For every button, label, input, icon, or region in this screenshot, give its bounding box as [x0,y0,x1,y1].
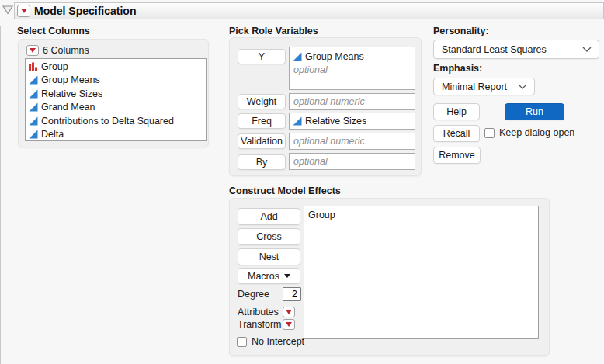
column-list-item[interactable]: Delta [27,128,206,142]
recall-button[interactable]: Recall [433,125,480,142]
by-role-box[interactable]: optional [289,153,415,170]
help-button[interactable]: Help [433,103,480,120]
freq-role-value: Relative Sizes [305,116,366,127]
attributes-label: Attributes [238,307,283,317]
attributes-red-triangle-button[interactable] [283,307,295,317]
column-name: Contributions to Delta Squared [41,116,174,127]
column-name: Relative Sizes [41,88,102,99]
freq-role-box[interactable]: Relative Sizes [289,113,415,130]
column-name: Group Means [41,75,100,85]
no-intercept-label: No Intercept [252,336,304,347]
columns-listbox[interactable]: GroupGroup MeansRelative SizesGrand Mean… [25,58,207,141]
degree-label: Degree [238,289,283,300]
column-list-item[interactable]: Grand Mean [27,101,206,115]
columns-count-label: 6 Columns [43,45,89,56]
page-title: Model Specification [34,5,136,17]
no-intercept-row: No Intercept [237,336,304,347]
by-role-button[interactable]: By [238,154,286,170]
chevron-down-icon [518,84,527,89]
header-strip: Model Specification [14,2,604,19]
validation-role-box[interactable]: optional numeric [289,133,415,150]
column-name: Delta [41,129,64,140]
column-name: Group [41,61,68,72]
y-role-placeholder: optional [290,63,415,75]
y-role-value: Group Means [305,51,364,62]
degree-input[interactable] [283,287,301,301]
construct-model-effects-panel: Add Cross Nest Macros Degree Attributes … [229,198,550,356]
personality-label: Personality: [433,26,489,36]
bar-chart-icon [29,62,38,71]
keep-dialog-open-row: Keep dialog open [484,127,574,138]
nest-button[interactable]: Nest [238,248,300,265]
columns-header: 6 Columns [26,45,89,56]
weight-role-placeholder: optional numeric [290,96,365,107]
y-role-button[interactable]: Y [238,49,286,64]
column-list-item[interactable]: Contributions to Delta Squared [27,114,206,128]
keep-dialog-open-label: Keep dialog open [499,127,574,138]
transform-row: Transform [238,319,295,330]
model-effects-listbox[interactable]: Group [304,206,539,339]
y-role-box[interactable]: Group Means optional [289,47,415,90]
continuous-icon [29,130,38,139]
add-button[interactable]: Add [238,208,300,225]
continuous-icon [29,116,38,126]
by-role-placeholder: optional [290,156,328,167]
caret-down-icon [284,274,290,278]
model-specification-dialog: Model Specification Select Columns Pick … [0,0,604,364]
degree-row: Degree [238,287,301,301]
red-triangle-menu-button[interactable] [17,5,30,17]
chevron-down-icon [582,47,592,52]
column-name: Grand Mean [41,102,95,113]
column-list-item[interactable]: Relative Sizes [27,87,206,101]
no-intercept-checkbox[interactable] [237,337,247,347]
run-button[interactable]: Run [505,103,564,120]
pick-role-variables-panel: Y Group Means optional Weight optional n… [229,37,422,176]
continuous-icon [293,52,302,61]
transform-red-triangle-button[interactable] [283,319,295,330]
red-triangle-icon [21,9,27,13]
window-edge-line [0,26,1,364]
personality-dropdown[interactable]: Standard Least Squares [433,40,599,59]
continuous-icon [29,75,38,85]
effect-list-item[interactable]: Group [308,209,538,221]
continuous-icon [293,116,302,126]
personality-value: Standard Least Squares [442,44,547,55]
keep-dialog-open-checkbox[interactable] [484,128,495,138]
validation-role-button[interactable]: Validation [238,133,286,149]
select-columns-label: Select Columns [17,26,90,36]
pick-role-variables-label: Pick Role Variables [229,26,318,36]
collapse-disclosure-icon[interactable] [2,5,13,15]
weight-role-box[interactable]: optional numeric [289,93,415,110]
validation-role-placeholder: optional numeric [290,136,365,147]
macros-label: Macros [248,271,279,282]
freq-role-button[interactable]: Freq [238,113,286,129]
red-triangle-icon [286,322,292,327]
column-list-item[interactable]: Group Means [27,74,206,88]
y-role-value-row[interactable]: Group Means [290,47,415,63]
continuous-icon [29,102,38,112]
red-triangle-icon [286,310,292,314]
weight-role-button[interactable]: Weight [238,94,286,109]
freq-role-value-row[interactable]: Relative Sizes [290,113,415,129]
transform-label: Transform [238,319,283,330]
red-triangle-icon [30,48,36,53]
emphasis-dropdown[interactable]: Minimal Report [433,78,535,95]
macros-button[interactable]: Macros [238,268,300,284]
columns-red-triangle-button[interactable] [26,45,39,56]
construct-model-effects-label: Construct Model Effects [229,185,341,196]
emphasis-value: Minimal Report [442,81,507,92]
remove-button[interactable]: Remove [433,147,481,164]
select-columns-panel: 6 Columns GroupGroup MeansRelative Sizes… [18,39,209,147]
attributes-row: Attributes [238,307,295,317]
column-list-item[interactable]: Group [27,60,206,74]
emphasis-label: Emphasis: [433,63,482,74]
continuous-icon [29,89,38,99]
cross-button[interactable]: Cross [238,228,300,245]
